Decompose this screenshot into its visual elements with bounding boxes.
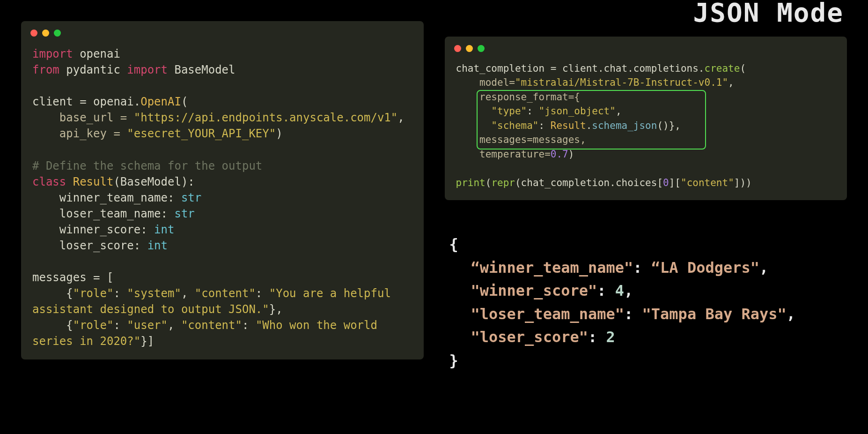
left-column: import openai from pydantic import BaseM… [21, 21, 424, 413]
identifier: BaseModel [174, 63, 235, 76]
class-base: (BaseModel): [113, 175, 194, 188]
value: "system" [127, 287, 181, 300]
paren: ) [568, 149, 574, 160]
keyword: from [32, 63, 59, 76]
call: ()}, [657, 120, 681, 131]
close-icon[interactable] [30, 30, 37, 37]
json-number: 2 [606, 328, 615, 346]
string: "esecret_YOUR_API_KEY" [127, 127, 276, 140]
comment: # Define the schema for the output [32, 159, 262, 172]
maximize-icon[interactable] [54, 30, 61, 37]
key: "content" [181, 319, 242, 332]
assignment: messages = [ [32, 271, 113, 284]
number: 0.7 [551, 149, 568, 160]
module: openai [80, 47, 120, 60]
paren: ])) [734, 177, 752, 188]
field: winner_team_name: [32, 191, 181, 204]
key: "type" [456, 105, 527, 117]
type: int [147, 239, 168, 252]
right-column: chat_completion = client.chat.completion… [445, 21, 847, 413]
field: winner_score: [32, 223, 154, 236]
json-key: “winner_team_name" [471, 259, 633, 277]
list-close: }] [140, 335, 154, 348]
assignment: chat_completion = client.chat.completion… [456, 63, 705, 74]
brace-open: { [449, 235, 458, 253]
param: messages=messages, [456, 134, 586, 145]
json-value: “LA Dodgers" [651, 259, 759, 277]
type: str [174, 207, 194, 220]
field: loser_score: [32, 239, 147, 252]
key: "schema" [456, 120, 539, 131]
key: "role" [73, 319, 114, 332]
minimize-icon[interactable] [42, 30, 49, 37]
string: "mistralai/Mistral-7B-Instruct-v0.1" [515, 77, 728, 88]
param: api_key = [32, 127, 127, 140]
string: "https://api.endpoints.anyscale.com/v1" [134, 111, 398, 124]
json-value: "Tampa Bay Rays" [642, 305, 787, 323]
value: "Who won the world [256, 319, 384, 332]
value: series in 2020?" [32, 335, 140, 348]
class-name: Result [73, 175, 114, 188]
close-icon[interactable] [454, 45, 461, 52]
paren: ( [740, 63, 746, 74]
window-titlebar [445, 37, 847, 60]
type: str [181, 191, 201, 204]
param: temperature= [456, 149, 551, 160]
key: "role" [73, 287, 114, 300]
comma: , [728, 77, 734, 88]
code-window-right: chat_completion = client.chat.completion… [445, 37, 847, 200]
assignment: client = openai. [32, 95, 140, 108]
field: loser_team_name: [32, 207, 174, 220]
output-json: { “winner_team_name": “LA Dodgers", "win… [445, 233, 847, 373]
key: "content" [195, 287, 256, 300]
code-block-left: import openai from pydantic import BaseM… [21, 44, 424, 349]
dict-open: { [32, 319, 73, 332]
type: int [154, 223, 174, 236]
param: model= [456, 77, 515, 88]
param: response_format={ [456, 91, 581, 103]
dict-close: }, [269, 303, 283, 316]
dict-open: { [32, 287, 73, 300]
maximize-icon[interactable] [478, 45, 485, 52]
minimize-icon[interactable] [466, 45, 473, 52]
window-titlebar [21, 21, 424, 44]
keyword: import [127, 63, 168, 76]
param: base_url = [32, 111, 134, 124]
paren: ( [181, 95, 188, 108]
brace-close: } [449, 352, 458, 369]
json-number: 4 [615, 282, 624, 299]
method: schema_json [592, 120, 657, 131]
function: print [456, 177, 485, 188]
json-key: "loser_team_name" [471, 305, 625, 323]
value: "You are a helpful [269, 287, 398, 300]
module: pydantic [66, 63, 120, 76]
index: 0 [663, 177, 669, 188]
code-block-right: chat_completion = client.chat.completion… [445, 60, 847, 190]
paren: ( [485, 177, 492, 188]
slide-title: JSON Mode [693, 0, 844, 28]
keyword: class [32, 175, 66, 188]
class-name: OpenAI [140, 95, 181, 108]
keyword: import [32, 47, 73, 60]
paren: ) [276, 127, 282, 140]
key: "content" [681, 177, 734, 188]
function: repr [491, 177, 515, 188]
bracket: ][ [669, 177, 681, 188]
json-key: "winner_score" [471, 282, 597, 299]
code-window-left: import openai from pydantic import BaseM… [21, 21, 424, 359]
value: "user" [127, 319, 168, 332]
class: Result [551, 120, 586, 131]
value: "json_object" [539, 105, 616, 117]
value: assistant designed to output JSON." [32, 303, 269, 316]
json-key: "loser_score" [471, 328, 588, 346]
function: create [705, 63, 740, 74]
expr: (chat_completion.choices[ [515, 177, 663, 188]
